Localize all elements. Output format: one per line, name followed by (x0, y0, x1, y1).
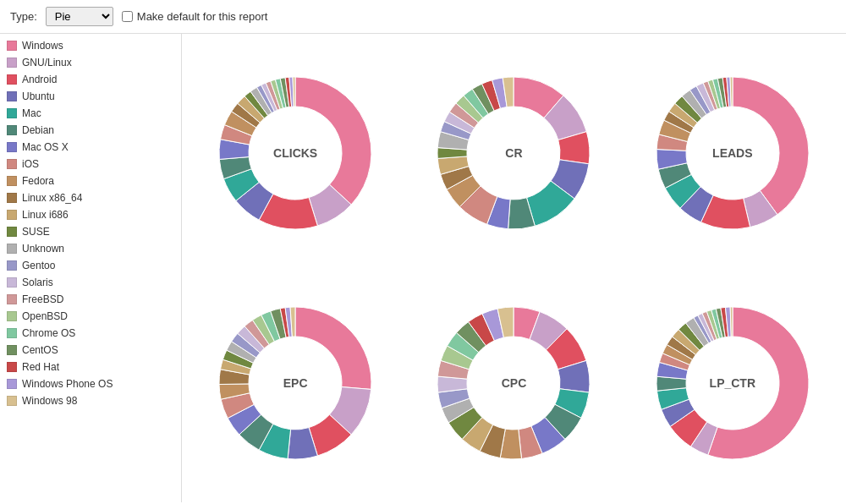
legend-color-swatch (7, 345, 17, 355)
legend-item-label: Windows Phone OS (22, 378, 113, 390)
legend-item-label: CentOS (22, 344, 58, 356)
legend-item-label: Fedora (22, 175, 54, 187)
legend-item[interactable]: FreeBSD (0, 291, 181, 308)
legend-item-label: FreeBSD (22, 293, 63, 305)
chart-cr: CR (409, 42, 618, 264)
type-select[interactable]: Pie Bar Line (46, 7, 113, 26)
legend-color-swatch (7, 227, 17, 237)
legend-color-swatch (7, 311, 17, 321)
chart-lp_ctr: LP_CTR (628, 272, 838, 494)
legend-item[interactable]: Mac OS X (0, 139, 181, 156)
donut-wrapper: LEADS (648, 68, 817, 238)
legend-item-label: Debian (22, 124, 54, 136)
legend-item[interactable]: Android (0, 71, 181, 88)
legend-color-swatch (7, 210, 17, 220)
legend-item-label: Red Hat (22, 361, 59, 373)
legend-item[interactable]: GNU/Linux (0, 54, 181, 71)
legend-item-label: Ubuntu (22, 90, 55, 102)
legend-item[interactable]: Chrome OS (0, 325, 181, 342)
legend-color-swatch (7, 328, 17, 338)
chart-label-clicks: CLICKS (273, 146, 317, 160)
legend-item[interactable]: Debian (0, 122, 181, 139)
chart-label-leads: LEADS (712, 146, 752, 160)
legend-item-label: Android (22, 74, 57, 85)
legend-item-label: Mac (22, 107, 41, 119)
donut-wrapper: EPC (211, 299, 380, 468)
legend-color-swatch (7, 41, 17, 51)
donut-wrapper: CLICKS (211, 68, 380, 238)
legend-item-label: SUSE (22, 226, 50, 238)
legend-item-label: Windows 98 (22, 395, 77, 407)
donut-wrapper: CPC (429, 299, 598, 468)
chart-clicks: CLICKS (190, 42, 400, 264)
legend-item[interactable]: CentOS (0, 342, 181, 359)
legend-color-swatch (7, 159, 17, 169)
chart-epc: EPC (190, 272, 400, 494)
legend-item-label: Mac OS X (22, 141, 69, 153)
chart-cpc: CPC (409, 272, 618, 494)
legend-color-swatch (7, 108, 17, 118)
chart-leads: LEADS (628, 42, 838, 264)
legend-item[interactable]: Unknown (0, 240, 181, 257)
legend-item-label: OpenBSD (22, 310, 68, 322)
legend-item-label: Linux i686 (22, 209, 69, 221)
toolbar: Type: Pie Bar Line Make default for this… (0, 0, 846, 34)
legend-item[interactable]: Ubuntu (0, 88, 181, 105)
legend-item-label: Solaris (22, 277, 53, 288)
chart-label-cpc: CPC (502, 376, 527, 390)
legend-color-swatch (7, 74, 17, 85)
legend-item[interactable]: Mac (0, 105, 181, 122)
legend-item[interactable]: OpenBSD (0, 308, 181, 325)
legend-color-swatch (7, 125, 17, 135)
legend-item[interactable]: Linux i686 (0, 206, 181, 223)
default-checkbox[interactable] (122, 11, 133, 22)
default-checkbox-label[interactable]: Make default for this report (122, 10, 268, 23)
legend-item-label: Unknown (22, 243, 64, 255)
legend-color-swatch (7, 176, 17, 186)
legend-item[interactable]: Linux x86_64 (0, 189, 181, 206)
legend-color-swatch (7, 294, 17, 304)
legend-color-swatch (7, 193, 17, 203)
legend-item-label: Linux x86_64 (22, 192, 82, 204)
legend-panel[interactable]: WindowsGNU/LinuxAndroidUbuntuMacDebianMa… (0, 34, 182, 502)
legend-item[interactable]: SUSE (0, 223, 181, 240)
legend-color-swatch (7, 244, 17, 254)
legend-color-swatch (7, 58, 17, 68)
main-content: WindowsGNU/LinuxAndroidUbuntuMacDebianMa… (0, 34, 846, 502)
legend-item[interactable]: Red Hat (0, 359, 181, 375)
chart-label-lp_ctr: LP_CTR (710, 376, 755, 390)
donut-wrapper: LP_CTR (648, 299, 817, 468)
legend-item[interactable]: Solaris (0, 274, 181, 291)
charts-area: CLICKSCRLEADSEPCCPCLP_CTR (182, 34, 846, 502)
legend-color-swatch (7, 396, 17, 406)
donut-wrapper: CR (429, 68, 598, 238)
legend-item[interactable]: Windows Phone OS (0, 375, 181, 392)
legend-color-swatch (7, 379, 17, 389)
legend-item[interactable]: Fedora (0, 173, 181, 189)
legend-item-label: GNU/Linux (22, 57, 72, 68)
type-label: Type: (10, 10, 37, 23)
chart-label-cr: CR (505, 146, 522, 160)
legend-item[interactable]: Gentoo (0, 257, 181, 274)
legend-item-label: iOS (22, 158, 39, 170)
legend-item-label: Windows (22, 40, 63, 52)
legend-color-swatch (7, 277, 17, 288)
legend-item-label: Chrome OS (22, 327, 75, 339)
legend-color-swatch (7, 362, 17, 372)
legend-item-label: Gentoo (22, 260, 55, 271)
legend-item[interactable]: Windows 98 (0, 392, 181, 409)
legend-item[interactable]: iOS (0, 156, 181, 173)
legend-color-swatch (7, 260, 17, 271)
legend-item[interactable]: Windows (0, 37, 181, 54)
chart-label-epc: EPC (283, 376, 308, 390)
legend-color-swatch (7, 91, 17, 101)
legend-color-swatch (7, 142, 17, 152)
